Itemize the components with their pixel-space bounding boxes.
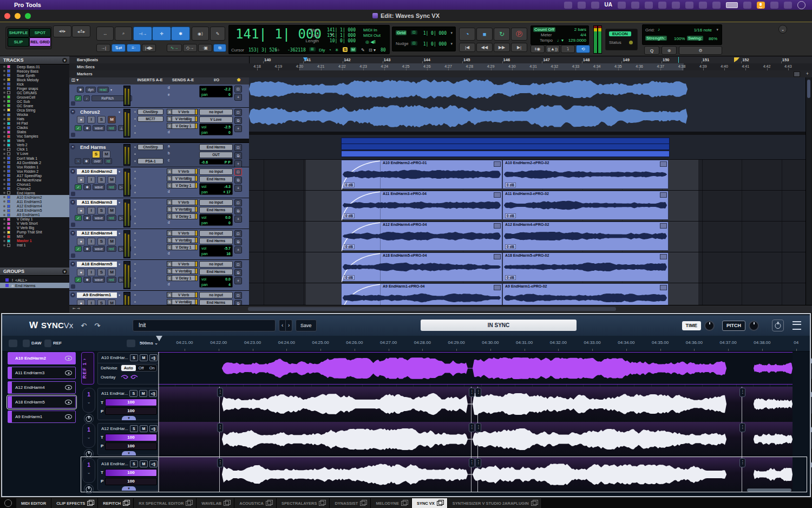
track-view-button[interactable]: wave [93,215,105,221]
record-enable-button[interactable] [77,176,85,184]
track-show-dot[interactable] [3,100,5,102]
track-list-item[interactable]: Reecey Bass [0,69,69,73]
input-selector[interactable]: no input [199,261,233,268]
track-name[interactable]: Deep Bass.01 [17,65,40,69]
track-name[interactable]: Finger snaps [17,87,38,90]
conductor-button[interactable]: ⟲ [576,45,590,53]
output-selector[interactable]: V Love [199,116,233,123]
toolbar-menu-chevron[interactable]: ⌄ [778,25,787,34]
grid2-caret[interactable]: ▾ [716,28,718,32]
vertical-scrollbar[interactable] [806,77,811,305]
track-list-item[interactable]: GC Snare [0,103,69,108]
track-show-dot[interactable] [3,122,5,125]
output-selector[interactable]: End Harms [199,238,233,244]
track-show-dot[interactable] [3,157,5,159]
track-header[interactable]: ▾ A12 EndHarm4 ▾ I S M ✓ ✱ wave red ▷ [69,229,249,260]
input-selector[interactable]: no input [199,109,233,115]
tray-icon-7[interactable] [658,2,666,9]
track-name[interactable]: V Love [17,152,28,155]
selection-start[interactable]: 141| 1| 000 [322,28,356,32]
track-list-item[interactable]: Soar Synth [0,73,69,77]
track-show-dot[interactable] [3,131,5,133]
clip-effects-icon[interactable] [494,285,501,290]
zoom-select[interactable]: 500ms ⌄ [140,341,158,346]
search-icon[interactable] [743,2,751,9]
track-show-dot[interactable] [3,231,5,233]
clip-effects-icon[interactable] [660,254,667,259]
track-show-dot[interactable] [3,92,5,94]
segment-marker[interactable]: ⋮ [217,423,223,432]
insert-slot[interactable]: ChnlStrp [137,109,163,115]
track-show-dot[interactable] [3,236,5,238]
insert-slot[interactable]: MC77 [137,116,163,122]
expand-lane-chevron[interactable]: ▾ [122,486,136,491]
track-name-caret[interactable]: ▾ [119,293,120,297]
segment-marker[interactable]: ⋮ [739,388,745,397]
send-slot[interactable]: bV VerbBig [167,268,198,274]
track-corner-icon[interactable] [71,133,75,137]
input-monitor-button[interactable]: I [87,176,95,184]
track-list-item[interactable]: MIX [0,235,69,239]
track-name[interactable]: MIX [17,235,23,238]
track-show-dot[interactable] [3,140,5,142]
output-selector[interactable]: End Harms [199,299,233,305]
track-name[interactable]: A3 DontWalk 2 [17,161,41,165]
track-list-item[interactable]: GC Sub [0,99,69,103]
mini-record-button[interactable]: ⊡ [234,292,242,299]
track-name[interactable]: Orca String [17,108,35,112]
group-selector[interactable]: 1⌄ [82,458,95,483]
note-icon[interactable]: ♪ [658,27,660,32]
solo-button[interactable]: S [97,116,106,123]
visibility-eye-icon[interactable] [65,414,72,419]
timeline-insertion-icon[interactable]: ⊞ [309,47,316,51]
mute-button[interactable]: M [139,390,147,397]
track-list-item[interactable]: Pump That Shit [0,230,69,235]
expand-lane-chevron[interactable]: ▾ [122,451,136,455]
audio-clip[interactable]: A18 EndHarm5-ePRO-04 0 dB [341,252,502,282]
send-slot[interactable]: cV Delay 1 [167,275,198,281]
output-selector[interactable]: OUT [199,152,233,158]
stop-button[interactable]: ■ [476,28,493,41]
clip-effects-icon[interactable] [660,192,667,198]
input-selector[interactable]: no input [199,168,233,175]
send-slot[interactable]: cV Delay 1 [167,213,198,219]
ua-tray-icon[interactable]: UA [605,2,612,9]
clock-icon[interactable] [797,1,806,9]
track-list-item[interactable]: Chorus2 [0,186,69,191]
send-slot[interactable]: d [168,220,170,224]
mute-button[interactable]: M [108,116,116,123]
mini-button[interactable]: + [234,94,242,101]
selection-length[interactable]: 10| 0| 000 [322,38,356,43]
track-name[interactable]: Clacks [17,126,28,129]
track-show-dot[interactable] [3,87,5,89]
send-slot[interactable]: aV Verb [167,261,198,267]
ref-badge-icon[interactable] [44,340,51,347]
clock-blue-icon[interactable]: ◔ [75,158,81,164]
volume-pan-display[interactable]: vol-2.5 pan0 [199,123,233,135]
in-sync-button[interactable]: IN SYNC [421,320,577,331]
taskbar-tab[interactable]: SPECTRALAYERS [277,498,330,508]
solo-button[interactable]: S [97,299,106,305]
track-name[interactable]: End Harms [17,191,35,195]
input-monitor-button[interactable]: I [87,238,95,245]
track-name[interactable]: A10 EndHarm2 [17,196,42,199]
send-slot[interactable]: d [168,282,170,286]
track-corner-icon[interactable] [71,284,75,289]
selection-end[interactable]: 151| 1| 000 [322,33,356,38]
track-view-button[interactable]: wave [93,184,105,190]
segment-marker[interactable]: ⋮ [217,458,223,467]
send-slot[interactable]: bV VerbBig [167,299,198,305]
mini-record-button[interactable]: ⊡ [234,168,242,175]
microphone-icon[interactable] [757,2,765,9]
record-enable-button[interactable] [77,299,85,305]
mute-button[interactable]: M [108,299,116,305]
track-list-item[interactable]: A11 EndHarm3 [0,199,69,204]
send-slot[interactable]: aV Verb [167,230,198,236]
mini-button[interactable]: ⧉ [234,300,242,305]
clip-effects-icon[interactable] [660,223,667,229]
track-name[interactable]: End Harms [80,145,120,150]
auto-match-icon[interactable]: ✱ [83,246,90,252]
solo-button[interactable]: S [92,151,100,158]
visibility-eye-icon[interactable] [65,400,72,405]
preset-field[interactable]: Init [133,320,276,331]
